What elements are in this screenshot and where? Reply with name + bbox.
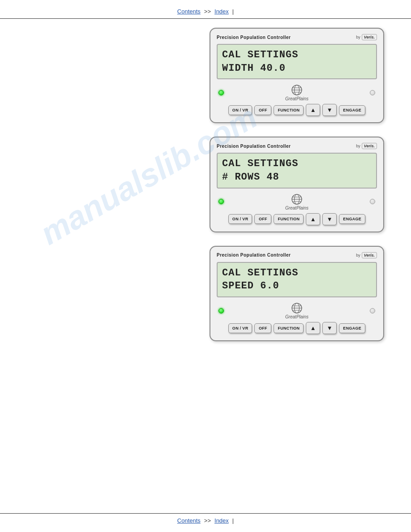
panel-header-2: Precision Population Controller by Veris… bbox=[217, 143, 377, 149]
lcd-display-3: CAL SETTINGS SPEED 6.0 bbox=[217, 262, 377, 297]
middle-section-1: GreatPlains bbox=[217, 84, 377, 101]
buttons-row-3: ON / VR OFF FUNCTION ▲ ▼ ENGAGE bbox=[217, 322, 377, 334]
panel-title-1: Precision Population Controller bbox=[217, 35, 291, 40]
on-vr-button-1[interactable]: ON / VR bbox=[228, 105, 253, 115]
up-button-3[interactable]: ▲ bbox=[306, 322, 320, 334]
led-off-1 bbox=[370, 90, 375, 95]
up-button-1[interactable]: ▲ bbox=[306, 104, 320, 116]
on-vr-button-2[interactable]: ON / VR bbox=[228, 214, 253, 224]
led-green-2 bbox=[218, 199, 224, 204]
middle-section-3: GreatPlains bbox=[217, 302, 377, 319]
engage-button-1[interactable]: ENGAGE bbox=[339, 105, 365, 115]
by-label-1: by bbox=[356, 35, 360, 39]
lcd-line1-3: CAL SETTINGS bbox=[222, 266, 372, 280]
buttons-row-2: ON / VR OFF FUNCTION ▲ ▼ ENGAGE bbox=[217, 213, 377, 225]
lcd-line1-1: CAL SETTINGS bbox=[222, 48, 372, 62]
lcd-line2-1: WIDTH 40.0 bbox=[222, 62, 372, 75]
brand-label-1: GreatPlains bbox=[285, 96, 308, 101]
down-button-2[interactable]: ▼ bbox=[322, 213, 337, 225]
nav-sep1: >> bbox=[204, 8, 211, 15]
by-label-2: by bbox=[356, 144, 360, 148]
function-button-3[interactable]: FUNCTION bbox=[274, 323, 304, 333]
engage-button-3[interactable]: ENGAGE bbox=[339, 323, 365, 333]
nav-sep2: | bbox=[232, 8, 234, 15]
bottom-nav-sep1: >> bbox=[204, 517, 211, 524]
panel-header-1: Precision Population Controller by Veris… bbox=[217, 34, 377, 40]
bottom-nav: Contents >> Index | bbox=[0, 513, 411, 532]
lcd-line2-2: # ROWS 48 bbox=[222, 171, 372, 184]
lcd-line1-2: CAL SETTINGS bbox=[222, 157, 372, 171]
brand-area-1: GreatPlains bbox=[285, 84, 308, 101]
veris-logo-1: Veris. bbox=[362, 34, 377, 40]
off-button-2[interactable]: OFF bbox=[254, 214, 271, 224]
buttons-row-1: ON / VR OFF FUNCTION ▲ ▼ ENGAGE bbox=[217, 104, 377, 116]
panel-title-2: Precision Population Controller bbox=[217, 144, 291, 149]
off-button-3[interactable]: OFF bbox=[254, 323, 271, 333]
brand-area-2: GreatPlains bbox=[285, 193, 308, 210]
down-button-3[interactable]: ▼ bbox=[322, 322, 337, 334]
controller-panel-2: Precision Population Controller by Veris… bbox=[210, 137, 384, 232]
brand-area-3: GreatPlains bbox=[285, 302, 308, 319]
globe-icon-3 bbox=[291, 302, 303, 314]
brand-label-2: GreatPlains bbox=[285, 206, 308, 210]
veris-logo-3: Veris. bbox=[362, 252, 377, 258]
panel-logo-1: by Veris. bbox=[356, 34, 377, 40]
led-off-3 bbox=[370, 308, 375, 313]
middle-section-2: GreatPlains bbox=[217, 193, 377, 210]
main-content: Precision Population Controller by Veris… bbox=[0, 19, 411, 350]
nav-link-index[interactable]: Index bbox=[214, 8, 229, 15]
brand-label-3: GreatPlains bbox=[285, 314, 308, 319]
lcd-line2-3: SPEED 6.0 bbox=[222, 279, 372, 293]
up-button-2[interactable]: ▲ bbox=[306, 213, 320, 225]
function-button-1[interactable]: FUNCTION bbox=[274, 105, 304, 115]
engage-button-2[interactable]: ENGAGE bbox=[339, 214, 365, 224]
controller-panel-1: Precision Population Controller by Veris… bbox=[210, 28, 384, 123]
bottom-nav-link-contents[interactable]: Contents bbox=[177, 517, 201, 524]
globe-icon-1 bbox=[291, 84, 303, 96]
bottom-nav-sep2: | bbox=[232, 517, 234, 524]
led-green-3 bbox=[218, 308, 224, 313]
lcd-display-1: CAL SETTINGS WIDTH 40.0 bbox=[217, 44, 377, 79]
led-off-2 bbox=[370, 199, 375, 204]
off-button-1[interactable]: OFF bbox=[254, 105, 271, 115]
lcd-display-2: CAL SETTINGS # ROWS 48 bbox=[217, 153, 377, 188]
panel-logo-3: by Veris. bbox=[356, 252, 377, 258]
panel-title-3: Precision Population Controller bbox=[217, 253, 291, 257]
globe-icon-2 bbox=[291, 193, 303, 206]
controller-panel-3: Precision Population Controller by Veris… bbox=[210, 246, 384, 341]
by-label-3: by bbox=[356, 253, 360, 257]
down-button-1[interactable]: ▼ bbox=[322, 104, 337, 116]
bottom-nav-link-index[interactable]: Index bbox=[214, 517, 229, 524]
panel-logo-2: by Veris. bbox=[356, 143, 377, 149]
nav-link-contents[interactable]: Contents bbox=[177, 8, 201, 15]
veris-logo-2: Veris. bbox=[362, 143, 377, 149]
function-button-2[interactable]: FUNCTION bbox=[274, 214, 304, 224]
led-green-1 bbox=[218, 90, 224, 95]
top-nav: Contents >> Index | bbox=[0, 0, 411, 19]
panel-header-3: Precision Population Controller by Veris… bbox=[217, 252, 377, 258]
on-vr-button-3[interactable]: ON / VR bbox=[228, 323, 253, 333]
